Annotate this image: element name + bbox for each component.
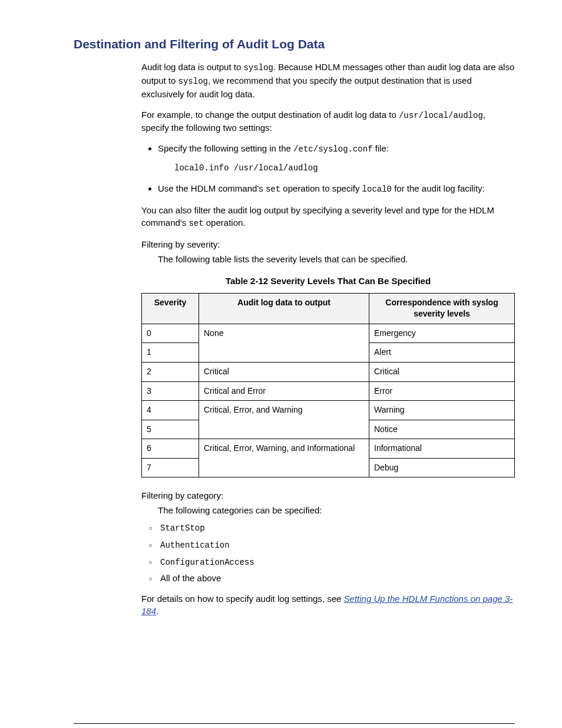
cell-severity: 6 — [142, 439, 199, 459]
text: . — [156, 606, 158, 616]
cell-severity: 4 — [142, 401, 199, 420]
code-syslog: syslog — [243, 63, 273, 73]
table-row: 0NoneEmergency — [142, 324, 515, 343]
cell-output — [199, 458, 369, 477]
footer-line-1: HDLM Functions 2-41 — [74, 725, 515, 728]
code-category: Authentication — [160, 541, 230, 550]
text: operation to specify — [280, 183, 362, 193]
code-category: StartStop — [160, 523, 205, 533]
table-row: 6Critical, Error, Warning, and Informati… — [142, 439, 515, 459]
category-item: All of the above — [160, 572, 515, 584]
category-list: StartStopAuthenticationConfigurationAcce… — [141, 521, 515, 584]
text: Specify the following setting in the — [158, 143, 293, 153]
footer-page-number: 2-41 — [495, 725, 515, 728]
paragraph-filter: You can also filter the audit log output… — [141, 204, 515, 230]
cell-correspondence: Emergency — [369, 324, 515, 343]
cell-severity: 7 — [142, 458, 199, 477]
category-item: StartStop — [160, 521, 515, 535]
cell-output — [199, 420, 369, 439]
cell-output: None — [199, 324, 369, 343]
filter-category-def: The following categories can be specifie… — [158, 504, 515, 516]
text: For details on how to specify audit log … — [141, 594, 344, 604]
category-item: ConfigurationAccess — [160, 555, 515, 569]
table-row: 3Critical and ErrorError — [142, 381, 515, 401]
filter-severity-def: The following table lists the severity l… — [158, 253, 515, 265]
text: operation. — [204, 218, 246, 228]
code-file: /etc/syslog.conf — [293, 144, 372, 154]
paragraph-details: For details on how to specify audit log … — [141, 592, 515, 617]
filter-category-term: Filtering by category: — [141, 489, 515, 502]
text: for the audit log facility: — [392, 183, 485, 193]
severity-table: Severity Audit log data to output Corres… — [141, 293, 515, 478]
category-item: Authentication — [160, 538, 515, 552]
cell-output — [199, 343, 369, 363]
table-row: 2CriticalCritical — [142, 362, 515, 381]
settings-list: Specify the following setting in the /et… — [141, 142, 515, 196]
code-set: set — [266, 185, 280, 194]
cell-correspondence: Critical — [369, 362, 515, 381]
list-item: Specify the following setting in the /et… — [158, 142, 515, 174]
cell-severity: 2 — [142, 362, 199, 381]
section-heading: Destination and Filtering of Audit Log D… — [74, 35, 521, 52]
text: For example, to change the output destin… — [141, 110, 399, 120]
paragraph-example: For example, to change the output destin… — [141, 108, 515, 134]
code-category: ConfigurationAccess — [160, 558, 254, 567]
filter-severity-term: Filtering by severity: — [141, 238, 515, 251]
cell-severity: 0 — [142, 324, 199, 343]
text: file: — [373, 143, 389, 153]
cell-output: Critical, Error, and Warning — [199, 401, 369, 420]
text: Use the HDLM command's — [158, 183, 266, 193]
cell-correspondence: Debug — [369, 458, 515, 477]
list-item: Use the HDLM command's set operation to … — [158, 182, 515, 196]
cell-correspondence: Notice — [369, 420, 515, 439]
cell-severity: 1 — [142, 343, 199, 363]
code-path: /usr/local/audlog — [399, 111, 483, 120]
cell-severity: 5 — [142, 420, 199, 439]
table-row: 4Critical, Error, and WarningWarning — [142, 401, 515, 420]
cell-correspondence: Warning — [369, 401, 515, 420]
table-row: 7Debug — [142, 458, 515, 477]
col-output: Audit log data to output — [199, 293, 369, 324]
content-body: Audit log data is output to syslog. Beca… — [141, 61, 515, 617]
cell-correspondence: Alert — [369, 343, 515, 363]
cell-output: Critical and Error — [199, 381, 369, 401]
table-header-row: Severity Audit log data to output Corres… — [142, 293, 515, 324]
cell-output: Critical, Error, Warning, and Informatio… — [199, 439, 369, 459]
table-caption: Table 2-12 Severity Levels That Can Be S… — [141, 275, 515, 287]
code-block: local0.info /usr/local/audlog — [174, 163, 515, 174]
cell-correspondence: Informational — [369, 439, 515, 459]
code-set: set — [189, 219, 203, 228]
col-correspondence: Correspondence with syslog severity leve… — [369, 293, 515, 324]
code-local0: local0 — [362, 185, 392, 194]
paragraph-intro: Audit log data is output to syslog. Beca… — [141, 61, 515, 100]
cell-output: Critical — [199, 362, 369, 381]
table-row: 5Notice — [142, 420, 515, 439]
text: Audit log data is output to — [141, 62, 243, 72]
page-footer: HDLM Functions 2-41 Hitachi Dynamic Link… — [74, 723, 515, 728]
cell-correspondence: Error — [369, 381, 515, 401]
col-severity: Severity — [142, 293, 199, 324]
code-syslog: syslog — [178, 77, 208, 86]
cell-severity: 3 — [142, 381, 199, 401]
table-row: 1Alert — [142, 343, 515, 363]
